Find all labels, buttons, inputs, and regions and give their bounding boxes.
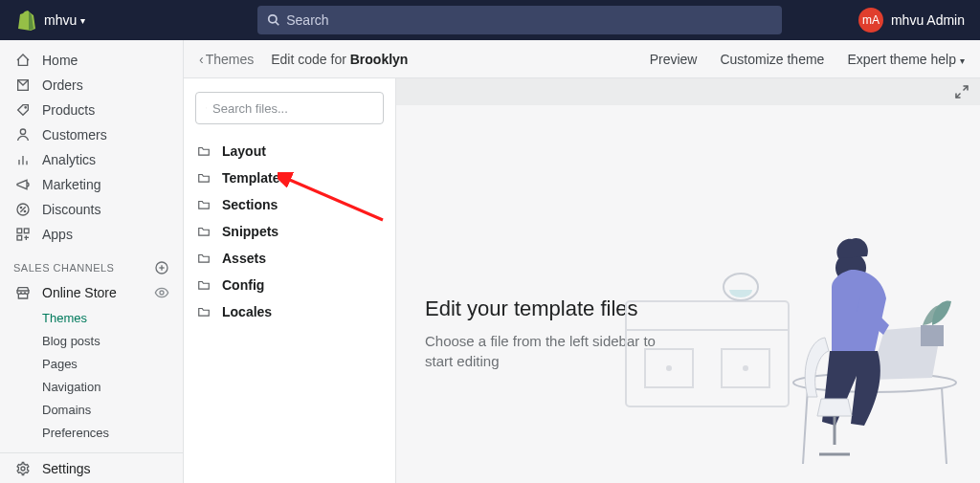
sidebar-item-discounts[interactable]: Discounts bbox=[0, 197, 183, 222]
store-icon bbox=[13, 285, 33, 300]
svg-point-22 bbox=[206, 108, 207, 109]
folder-icon bbox=[195, 225, 212, 238]
person-icon bbox=[13, 127, 33, 143]
folder-icon bbox=[195, 171, 212, 185]
svg-point-11 bbox=[24, 210, 25, 211]
global-search[interactable] bbox=[257, 6, 782, 34]
illustration bbox=[616, 158, 980, 483]
editor-area: Edit your template files Choose a file f… bbox=[396, 78, 980, 483]
svg-point-31 bbox=[743, 365, 748, 371]
megaphone-icon bbox=[13, 177, 33, 192]
user-menu[interactable]: mA mhvu Admin bbox=[858, 8, 965, 33]
sidebar-item-products[interactable]: Products bbox=[0, 98, 183, 122]
home-icon bbox=[13, 53, 33, 68]
svg-line-34 bbox=[942, 387, 947, 464]
file-search-input[interactable] bbox=[212, 101, 373, 116]
sidebar-item-marketing[interactable]: Marketing bbox=[0, 172, 183, 197]
sidebar-item-home[interactable]: Home bbox=[0, 48, 183, 73]
sidebar-item-label: Products bbox=[42, 102, 95, 118]
folder-templates[interactable]: Templates bbox=[195, 165, 384, 191]
back-link[interactable]: ‹ Themes bbox=[199, 52, 254, 67]
preview-link[interactable]: Preview bbox=[650, 52, 698, 67]
folder-snippets[interactable]: Snippets bbox=[195, 218, 384, 245]
sidebar-item-settings[interactable]: Settings bbox=[0, 452, 183, 483]
svg-point-0 bbox=[269, 15, 277, 23]
customize-link[interactable]: Customize theme bbox=[720, 52, 824, 67]
subnav-domains[interactable]: Domains bbox=[42, 398, 183, 421]
sidebar-item-label: Apps bbox=[42, 227, 73, 242]
sidebar-item-label: Analytics bbox=[42, 152, 96, 167]
svg-rect-13 bbox=[24, 229, 29, 233]
svg-point-21 bbox=[21, 467, 25, 471]
help-dropdown[interactable]: Expert theme help▾ bbox=[847, 52, 965, 67]
store-name: mhvu bbox=[44, 12, 77, 28]
sidebar-item-orders[interactable]: Orders bbox=[0, 73, 183, 98]
chevron-down-icon: ▾ bbox=[960, 55, 965, 66]
svg-rect-26 bbox=[626, 301, 789, 406]
svg-point-10 bbox=[20, 207, 21, 208]
svg-rect-35 bbox=[921, 325, 944, 346]
folder-icon bbox=[195, 278, 212, 292]
svg-point-3 bbox=[25, 107, 26, 108]
discount-icon bbox=[13, 202, 33, 217]
folder-icon bbox=[195, 305, 212, 318]
sidebar-item-label: Marketing bbox=[42, 177, 100, 192]
view-store-icon[interactable] bbox=[154, 285, 169, 300]
section-label: SALES CHANNELS bbox=[13, 262, 114, 274]
sidebar-item-analytics[interactable]: Analytics bbox=[0, 147, 183, 172]
svg-line-33 bbox=[803, 387, 808, 464]
back-label: Themes bbox=[206, 52, 255, 67]
apps-icon bbox=[13, 227, 33, 242]
expand-icon[interactable] bbox=[953, 83, 970, 100]
subnav-preferences[interactable]: Preferences bbox=[42, 421, 183, 444]
avatar: mA bbox=[858, 8, 883, 33]
search-wrap bbox=[257, 6, 782, 34]
sidebar-item-label: Orders bbox=[42, 77, 83, 93]
breadcrumb-bar: ‹ Themes Edit code for Brooklyn Preview … bbox=[184, 40, 980, 78]
sidebar-item-label: Settings bbox=[42, 461, 91, 476]
folder-icon bbox=[195, 252, 212, 265]
editor-body: Edit your template files Choose a file f… bbox=[396, 105, 980, 483]
add-channel-icon[interactable] bbox=[154, 260, 169, 275]
folder-locales[interactable]: Locales bbox=[195, 298, 384, 325]
topbar: mhvu ▾ mA mhvu Admin bbox=[0, 0, 980, 40]
folder-sections[interactable]: Sections bbox=[195, 191, 384, 218]
sidebar-item-label: Home bbox=[42, 53, 78, 68]
sidebar: Home Orders Products Customers Analytics… bbox=[0, 40, 184, 483]
folder-icon bbox=[195, 198, 212, 211]
user-name: mhvu Admin bbox=[891, 12, 965, 28]
main: ‹ Themes Edit code for Brooklyn Preview … bbox=[184, 40, 980, 483]
tag-icon bbox=[13, 102, 33, 118]
orders-icon bbox=[13, 77, 33, 93]
file-search[interactable] bbox=[195, 92, 384, 124]
store-switcher[interactable]: mhvu ▾ bbox=[44, 12, 85, 28]
svg-point-20 bbox=[160, 291, 164, 295]
sidebar-item-label: Discounts bbox=[42, 202, 100, 217]
subnav-navigation[interactable]: Navigation bbox=[42, 375, 183, 398]
search-input[interactable] bbox=[286, 12, 772, 28]
chevron-down-icon: ▾ bbox=[80, 15, 85, 26]
chevron-left-icon: ‹ bbox=[199, 52, 204, 67]
folder-layout[interactable]: Layout bbox=[195, 138, 384, 165]
file-panel: Layout Templates Sections Snippets Asset… bbox=[184, 78, 396, 483]
svg-point-30 bbox=[666, 365, 672, 371]
section-header-sales-channels: SALES CHANNELS bbox=[0, 256, 183, 279]
folder-config[interactable]: Config bbox=[195, 272, 384, 298]
subnav-blog-posts[interactable]: Blog posts bbox=[42, 329, 183, 352]
sidebar-item-label: Online Store bbox=[42, 285, 117, 300]
folder-icon bbox=[195, 144, 212, 158]
editor-topstrip bbox=[396, 78, 980, 105]
sidebar-item-apps[interactable]: Apps bbox=[0, 222, 183, 247]
page-title: Edit code for Brooklyn bbox=[271, 52, 408, 67]
gear-icon bbox=[13, 461, 33, 476]
svg-point-4 bbox=[20, 129, 25, 134]
chart-icon bbox=[13, 152, 33, 167]
sidebar-item-label: Customers bbox=[42, 127, 107, 143]
svg-rect-12 bbox=[17, 229, 22, 233]
subnav-themes[interactable]: Themes bbox=[42, 306, 183, 329]
subnav-pages[interactable]: Pages bbox=[42, 352, 183, 375]
svg-rect-14 bbox=[17, 235, 22, 240]
sidebar-item-customers[interactable]: Customers bbox=[0, 122, 183, 147]
folder-assets[interactable]: Assets bbox=[195, 245, 384, 272]
sidebar-item-online-store[interactable]: Online Store bbox=[0, 279, 183, 306]
